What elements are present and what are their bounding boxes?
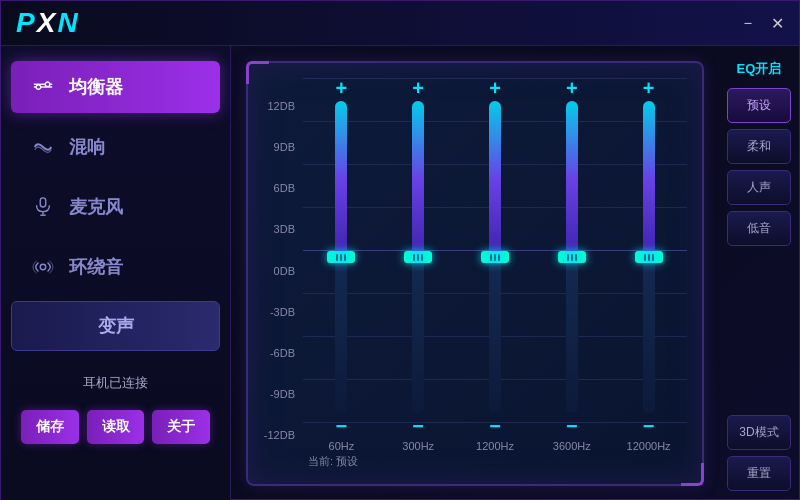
title-controls: － ✕ [740, 13, 784, 34]
sidebar-buttons: 储存 读取 关于 [11, 410, 220, 444]
band-1200hz-handle[interactable] [481, 251, 509, 263]
sidebar-item-microphone[interactable]: 麦克风 [11, 181, 220, 233]
eq-container: 12DB 9DB 6DB 3DB 0DB -3DB -6DB -9DB -12D… [246, 61, 704, 486]
main-layout: 均衡器 混响 [1, 46, 799, 500]
band-12000hz-track[interactable] [643, 101, 655, 413]
sidebar-item-voice[interactable]: 变声 [11, 301, 220, 351]
band-1200hz-plus[interactable]: + [489, 78, 501, 98]
eq-band-60hz: + [303, 78, 380, 452]
band-300hz-plus[interactable]: + [412, 78, 424, 98]
db-label-n6: -6DB [263, 347, 295, 359]
sidebar: 均衡器 混响 [1, 46, 231, 500]
band-60hz-handle[interactable] [327, 251, 355, 263]
minimize-button[interactable]: － [740, 13, 756, 34]
load-button[interactable]: 读取 [87, 410, 145, 444]
band-3600hz-minus[interactable]: − [566, 416, 578, 436]
db-label-n3: -3DB [263, 306, 295, 318]
preset-button-diyin[interactable]: 低音 [727, 211, 791, 246]
sidebar-label-surround: 环绕音 [69, 255, 123, 279]
band-1200hz-minus[interactable]: − [489, 416, 501, 436]
db-label-n12: -12DB [263, 429, 295, 441]
eq-band-3600hz: + [533, 78, 610, 452]
reverb-icon [29, 133, 57, 161]
right-panel: EQ开启 预设 柔和 人声 低音 3D模式 重置 [719, 46, 799, 500]
band-300hz-minus[interactable]: − [412, 416, 424, 436]
db-label-0: 0DB [263, 265, 295, 277]
sidebar-label-microphone: 麦克风 [69, 195, 123, 219]
band-60hz-label: 60Hz [329, 440, 355, 452]
sidebar-item-reverb[interactable]: 混响 [11, 121, 220, 173]
db-label-6: 6DB [263, 182, 295, 194]
band-1200hz-label: 1200Hz [476, 440, 514, 452]
surround-icon [29, 253, 57, 281]
preset-button-yushe[interactable]: 预设 [727, 88, 791, 123]
sidebar-item-surround[interactable]: 环绕音 [11, 241, 220, 293]
sidebar-label-equalizer: 均衡器 [69, 75, 123, 99]
db-label-n9: -9DB [263, 388, 295, 400]
svg-point-9 [40, 264, 46, 270]
svg-point-1 [45, 82, 50, 87]
band-12000hz-handle[interactable] [635, 251, 663, 263]
band-300hz-handle[interactable] [404, 251, 432, 263]
about-button[interactable]: 关于 [152, 410, 210, 444]
connection-status: 耳机已连接 [11, 369, 220, 397]
band-12000hz-minus[interactable]: − [643, 416, 655, 436]
eq-bands-row: + [303, 78, 687, 452]
center-panel: 12DB 9DB 6DB 3DB 0DB -3DB -6DB -9DB -12D… [231, 46, 719, 500]
title-bar: PXN － ✕ [1, 1, 799, 46]
preset-button-rensheng[interactable]: 人声 [727, 170, 791, 205]
mic-icon [29, 193, 57, 221]
save-button[interactable]: 储存 [21, 410, 79, 444]
band-3600hz-plus[interactable]: + [566, 78, 578, 98]
reset-button[interactable]: 重置 [727, 456, 791, 491]
svg-rect-6 [40, 198, 46, 207]
app-logo: PXN [16, 7, 80, 39]
sliders-area: + [303, 78, 687, 469]
db-label-12: 12DB [263, 100, 295, 112]
band-3600hz-track[interactable] [566, 101, 578, 413]
band-3600hz-label: 3600Hz [553, 440, 591, 452]
band-12000hz-plus[interactable]: + [643, 78, 655, 98]
sidebar-item-equalizer[interactable]: 均衡器 [11, 61, 220, 113]
band-300hz-track[interactable] [412, 101, 424, 413]
band-3600hz-handle[interactable] [558, 251, 586, 263]
eq-band-1200hz: + [457, 78, 534, 452]
preset-button-rouhe[interactable]: 柔和 [727, 129, 791, 164]
eq-band-300hz: + [380, 78, 457, 452]
db-labels: 12DB 9DB 6DB 3DB 0DB -3DB -6DB -9DB -12D… [263, 78, 303, 469]
band-300hz-label: 300Hz [402, 440, 434, 452]
db-label-3: 3DB [263, 223, 295, 235]
close-button[interactable]: ✕ [771, 14, 784, 33]
band-1200hz-track[interactable] [489, 101, 501, 413]
eq-icon [29, 73, 57, 101]
sidebar-label-reverb: 混响 [69, 135, 105, 159]
app-window: PXN － ✕ 均衡器 [0, 0, 800, 500]
band-60hz-plus[interactable]: + [336, 78, 348, 98]
eq-toggle-label: EQ开启 [727, 56, 791, 82]
band-60hz-minus[interactable]: − [336, 416, 348, 436]
mode-3d-button[interactable]: 3D模式 [727, 415, 791, 450]
eq-inner: 12DB 9DB 6DB 3DB 0DB -3DB -6DB -9DB -12D… [263, 78, 687, 469]
svg-point-0 [36, 85, 41, 90]
db-label-9: 9DB [263, 141, 295, 153]
current-preset-label: 当前: 预设 [303, 454, 687, 469]
band-12000hz-label: 12000Hz [627, 440, 671, 452]
sidebar-label-voice: 变声 [98, 314, 134, 338]
band-60hz-track[interactable] [335, 101, 347, 413]
eq-band-12000hz: + [610, 78, 687, 452]
